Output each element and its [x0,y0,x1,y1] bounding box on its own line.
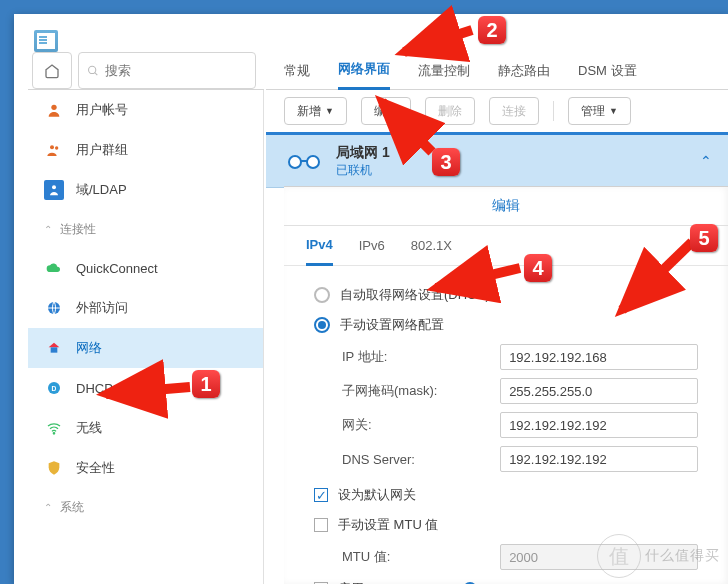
sidebar-item-security[interactable]: 安全性 [28,448,263,488]
sidebar-item-domain-ldap[interactable]: 域/LDAP [28,170,263,210]
sidebar-item-quickconnect[interactable]: QuickConnect [28,248,263,288]
tab-ipv6[interactable]: IPv6 [359,226,385,266]
interface-name: 局域网 1 [336,144,390,162]
sidebar-label: 无线 [76,419,102,437]
tab-network-interface[interactable]: 网络界面 [338,52,390,90]
sidebar-item-wireless[interactable]: 无线 [28,408,263,448]
sidebar-section-connectivity[interactable]: ⌃ 连接性 [28,210,263,248]
search-input[interactable] [105,63,247,78]
toolbar-separator [553,101,554,121]
tab-static-route[interactable]: 静态路由 [498,52,550,90]
watermark: 值 什么值得买 [597,534,720,578]
chevron-up-icon: ⌃ [44,502,52,513]
tab-traffic-control[interactable]: 流量控制 [418,52,470,90]
radio-manual[interactable] [314,317,330,333]
gateway-input[interactable] [500,412,698,438]
tab-general[interactable]: 常规 [284,52,310,90]
manage-button[interactable]: 管理▼ [568,97,631,125]
tab-dsm-settings[interactable]: DSM 设置 [578,52,637,90]
app-icon [34,30,58,52]
caret-down-icon: ▼ [609,106,618,116]
network-icon [44,338,64,358]
connect-button[interactable]: 连接 [489,97,539,125]
radio-manual-row[interactable]: 手动设置网络配置 [314,310,698,340]
watermark-text: 什么值得买 [645,547,720,565]
ldap-icon [44,180,64,200]
svg-point-5 [52,185,56,189]
svg-point-4 [55,146,58,149]
edit-button[interactable]: 编辑 [361,97,411,125]
cloud-icon [44,258,64,278]
lan-icon [288,151,320,171]
sidebar-label: 用户群组 [76,141,128,159]
svg-point-0 [89,66,96,73]
svg-rect-7 [51,347,58,352]
default-gateway-checkbox[interactable]: ✓ [314,488,328,502]
mtu-label: MTU 值: [342,548,500,566]
ip-label: IP 地址: [342,348,500,366]
group-icon [44,140,64,160]
delete-button[interactable]: 删除 [425,97,475,125]
sidebar-label: 安全性 [76,459,115,477]
user-icon [44,100,64,120]
window-frame: 用户帐号 用户群组 域/LDAP ⌃ 连接性 QuickConnect 外部访问… [14,14,728,584]
watermark-icon: 值 [597,534,641,578]
sidebar-label: 外部访问 [76,299,128,317]
chevron-up-icon: ⌃ [700,153,712,169]
svg-text:D: D [52,385,57,392]
tab-8021x[interactable]: 802.1X [411,226,452,266]
home-icon [44,63,60,79]
caret-down-icon: ▼ [325,106,334,116]
sidebar-item-dhcp-server[interactable]: D DHCP Server [28,368,263,408]
sidebar-section-system[interactable]: ⌃ 系统 [28,488,263,526]
manual-mtu-checkbox[interactable] [314,518,328,532]
svg-point-10 [53,433,54,434]
interface-lan1-row[interactable]: 局域网 1 已联机 ⌃ [266,132,728,188]
dns-input[interactable] [500,446,698,472]
mask-input[interactable] [500,378,698,404]
dialog-title: 编辑 [284,187,728,226]
svg-point-2 [51,105,56,110]
search-icon [87,64,99,78]
dns-label: DNS Server: [342,452,500,467]
interface-status: 已联机 [336,162,390,179]
globe-icon [44,298,64,318]
main-tabs: 常规 网络界面 流量控制 静态路由 DSM 设置 [266,52,728,90]
sidebar-topbar [28,52,264,90]
radio-dhcp[interactable] [314,287,330,303]
sidebar-label: 域/LDAP [76,181,127,199]
search-field[interactable] [78,52,256,89]
radio-dhcp-row[interactable]: 自动取得网络设置(DHCP) [314,280,698,310]
dialog-tabs: IPv4 IPv6 802.1X [284,226,728,266]
sidebar-label: 用户帐号 [76,101,128,119]
tab-ipv4[interactable]: IPv4 [306,226,333,266]
sidebar-label: DHCP Server [76,381,155,396]
dhcp-icon: D [44,378,64,398]
add-button[interactable]: 新增▼ [284,97,347,125]
sidebar-label: 网络 [76,339,102,357]
sidebar: 用户帐号 用户群组 域/LDAP ⌃ 连接性 QuickConnect 外部访问… [28,90,264,584]
svg-point-3 [50,145,54,149]
sidebar-item-user-account[interactable]: 用户帐号 [28,90,263,130]
chevron-up-icon: ⌃ [44,224,52,235]
sidebar-item-external-access[interactable]: 外部访问 [28,288,263,328]
shield-icon [44,458,64,478]
home-button[interactable] [32,52,72,89]
edit-dialog: 编辑 IPv4 IPv6 802.1X 自动取得网络设置(DHCP) 手动设置网… [284,186,728,584]
svg-line-1 [95,72,98,75]
toolbar: 新增▼ 编辑 删除 连接 管理▼ [266,90,728,132]
mask-label: 子网掩码(mask): [342,382,500,400]
sidebar-item-user-group[interactable]: 用户群组 [28,130,263,170]
gateway-label: 网关: [342,416,500,434]
default-gateway-row[interactable]: ✓ 设为默认网关 [314,480,698,510]
wifi-icon [44,418,64,438]
sidebar-label: QuickConnect [76,261,158,276]
ip-input[interactable] [500,344,698,370]
sidebar-item-network[interactable]: 网络 [28,328,263,368]
